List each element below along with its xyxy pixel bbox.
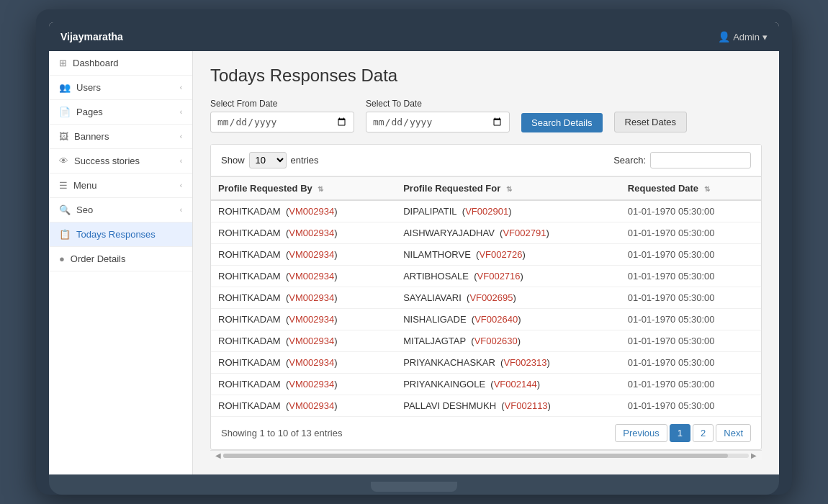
by-code-3[interactable]: VM002934	[289, 271, 334, 282]
admin-icon: 👤	[718, 31, 730, 42]
sidebar-item-success-stories[interactable]: 👁 Success stories ‹	[49, 149, 192, 174]
by-code-7[interactable]: VM002934	[289, 357, 334, 368]
scrollbar-thumb	[223, 454, 728, 458]
sidebar-item-banners[interactable]: 🖼 Banners ‹	[49, 125, 192, 149]
for-code-2[interactable]: VF002726	[479, 249, 522, 260]
next-page-button[interactable]: Next	[716, 424, 751, 442]
by-paren-close-2: )	[334, 249, 337, 260]
col-requested_date[interactable]: Requested Date ⇅	[621, 177, 761, 201]
for-code-8[interactable]: VF002144	[494, 379, 537, 390]
for-code-9[interactable]: VF002113	[505, 400, 548, 411]
sidebar-item-pages[interactable]: 📄 Pages ‹	[49, 100, 192, 125]
sidebar-item-order-details[interactable]: ● Order Details	[49, 247, 192, 271]
prev-page-button[interactable]: Previous	[615, 424, 667, 442]
from-date-label: Select From Date	[210, 99, 354, 109]
for-name-5: NISHALIGADE	[403, 314, 466, 325]
cell-date-7: 01-01-1970 05:30:00	[621, 352, 761, 374]
sidebar-icon-users: 👥	[59, 82, 71, 93]
for-code-7[interactable]: VF002313	[503, 357, 546, 368]
from-date-input[interactable]	[210, 112, 354, 132]
sidebar-chevron-users: ‹	[180, 84, 182, 91]
for-name-6: MITALJAGTAP	[403, 336, 466, 346]
for-name-0: DIPALIPATIL	[403, 206, 456, 217]
by-code-2[interactable]: VM002934	[289, 249, 334, 260]
scroll-right-icon[interactable]: ▶	[749, 451, 759, 459]
cell-for-7: PRIYANKACHASKAR (VF002313)	[396, 352, 621, 374]
page-btn-1[interactable]: 1	[670, 424, 690, 442]
by-code-8[interactable]: VM002934	[289, 379, 334, 390]
for-code-4[interactable]: VF002695	[469, 292, 513, 303]
for-paren-close-5: )	[518, 314, 521, 325]
cell-for-9: PALLAVI DESHMUKH (VF002113)	[396, 395, 621, 417]
col-profile_requested_by[interactable]: Profile Requested By ⇅	[211, 177, 396, 201]
sidebar-item-seo[interactable]: 🔍 Seo ‹	[49, 198, 192, 222]
by-code-1[interactable]: VM002934	[289, 228, 334, 238]
cell-by-9: ROHITKADAM (VM002934)	[211, 395, 396, 417]
cell-by-6: ROHITKADAM (VM002934)	[211, 330, 396, 352]
for-name-8: PRIYANKAINGOLE	[403, 379, 485, 390]
for-code-5[interactable]: VF002640	[474, 314, 518, 325]
page-btn-2[interactable]: 2	[693, 424, 714, 442]
search-input[interactable]	[650, 152, 751, 168]
cell-by-8: ROHITKADAM (VM002934)	[211, 374, 396, 395]
by-paren-close-8: )	[334, 379, 337, 390]
reset-dates-button[interactable]: Reset Dates	[614, 112, 688, 132]
sidebar-chevron-success-stories: ‹	[180, 157, 182, 165]
col-profile_requested_for[interactable]: Profile Requested For ⇅	[396, 177, 621, 201]
for-name-9: PALLAVI DESHMUKH	[403, 400, 496, 411]
sidebar-item-todays-responses[interactable]: 📋 Todays Responses	[49, 222, 192, 247]
sidebar-chevron-banners: ‹	[180, 132, 182, 140]
by-code-5[interactable]: VM002934	[289, 314, 334, 325]
for-name-7: PRIYANKACHASKAR	[403, 357, 495, 368]
for-code-6[interactable]: VF002630	[474, 336, 518, 346]
by-code-4[interactable]: VM002934	[289, 292, 334, 303]
entries-select[interactable]: 102550100	[249, 152, 287, 168]
table-row: ROHITKADAM (VM002934) ARTIBHOSALE (VF002…	[211, 266, 761, 287]
from-date-group: Select From Date	[210, 99, 354, 132]
for-code-3[interactable]: VF002716	[477, 271, 521, 282]
by-paren-close-0: )	[334, 206, 337, 217]
by-name-8: ROHITKADAM	[218, 379, 281, 390]
cell-by-2: ROHITKADAM (VM002934)	[211, 244, 396, 266]
table-row: ROHITKADAM (VM002934) PALLAVI DESHMUKH (…	[211, 395, 761, 417]
sidebar-chevron-menu: ‹	[180, 181, 182, 189]
sidebar-label-users: Users	[76, 82, 101, 93]
by-name-2: ROHITKADAM	[218, 249, 281, 260]
cell-for-0: DIPALIPATIL (VF002901)	[396, 200, 621, 222]
sidebar-item-users[interactable]: 👥 Users ‹	[49, 76, 192, 100]
cell-date-3: 01-01-1970 05:30:00	[621, 266, 761, 287]
by-paren-close-1: )	[334, 228, 337, 238]
to-date-label: Select To Date	[366, 99, 510, 109]
sidebar-label-dashboard: Dashboard	[73, 58, 119, 68]
scroll-left-icon[interactable]: ◀	[213, 451, 223, 459]
sidebar-label-pages: Pages	[76, 107, 103, 117]
for-paren-close-6: )	[518, 336, 521, 346]
cell-for-4: SAYALIAVARI (VF002695)	[396, 287, 621, 309]
admin-menu[interactable]: 👤 Admin ▾	[718, 31, 768, 42]
sidebar-label-todays-responses: Todays Responses	[76, 229, 156, 240]
for-paren-close-0: )	[508, 206, 511, 217]
sidebar-icon-banners: 🖼	[59, 131, 68, 142]
by-code-9[interactable]: VM002934	[289, 400, 334, 411]
pagination-row: Showing 1 to 10 of 13 entries Previous12…	[211, 417, 761, 449]
pagination-info: Showing 1 to 10 of 13 entries	[221, 428, 342, 438]
cell-for-5: NISHALIGADE (VF002640)	[396, 309, 621, 330]
entries-label: entries	[291, 155, 319, 166]
sidebar-item-dashboard[interactable]: ⊞ Dashboard	[49, 51, 192, 76]
sidebar-label-banners: Banners	[74, 131, 109, 142]
by-name-3: ROHITKADAM	[218, 271, 281, 282]
table-controls: Show 102550100 entries Search:	[211, 145, 761, 176]
search-details-button[interactable]: Search Details	[521, 113, 603, 132]
sidebar-item-menu[interactable]: ☰ Menu ‹	[49, 174, 192, 198]
sidebar-chevron-pages: ‹	[180, 108, 182, 116]
for-paren-close-3: )	[521, 271, 523, 282]
for-code-0[interactable]: VF002901	[465, 206, 508, 217]
to-date-input[interactable]	[366, 112, 510, 132]
sort-icon-profile_requested_by: ⇅	[318, 185, 323, 193]
by-code-0[interactable]: VM002934	[289, 206, 334, 217]
by-code-6[interactable]: VM002934	[289, 336, 334, 346]
cell-by-5: ROHITKADAM (VM002934)	[211, 309, 396, 330]
for-code-1[interactable]: VF002791	[503, 228, 546, 238]
scrollbar-track[interactable]	[223, 454, 749, 458]
cell-date-8: 01-01-1970 05:30:00	[621, 374, 761, 395]
